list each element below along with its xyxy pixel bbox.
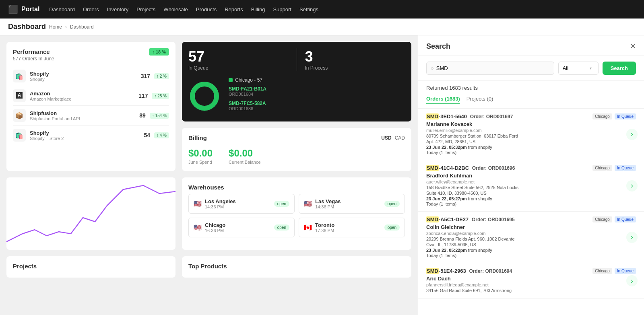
bottom-row: Projects Top Products — [6, 256, 411, 278]
result-arrow-0[interactable]: › — [626, 129, 638, 140]
queue-divider — [297, 48, 297, 71]
nav-dashboard[interactable]: Dashboard — [49, 6, 75, 12]
close-search-button[interactable]: ✕ — [630, 42, 636, 51]
source-desc-3: Shopify – Store 2 — [30, 136, 64, 141]
result-id-1: SMD-41C4-D2BC Order: ORD001696 — [426, 165, 515, 171]
warehouse-name-3: Toronto — [315, 222, 334, 228]
queue-item-order-0: ORD001684 — [229, 92, 405, 97]
currency-usd[interactable]: USD — [381, 135, 391, 141]
result-location-1: Chicago — [592, 165, 612, 171]
result-date-0: 23 Jun 22, 05:32pm from shopify — [426, 145, 636, 150]
breadcrumb-bar: Dashboard Home › Dashboard — [0, 19, 644, 35]
tab-orders[interactable]: Orders (1683) — [426, 94, 460, 104]
queue-in-process-num: 3 — [305, 48, 405, 65]
result-status-1: In Queue — [615, 165, 636, 171]
navbar: ⬛ Portal Dashboard Orders Inventory Proj… — [0, 0, 644, 19]
result-order-3: Order: ORD001694 — [469, 268, 512, 274]
billing-current-balance: $0.00 Current Balance — [229, 148, 261, 165]
result-top-2: SMD-A5C1-DE27 Order: ORD001695 Chicago I… — [426, 216, 636, 222]
top-products-title: Top Products — [188, 263, 405, 270]
search-filter-select[interactable]: All Orders Projects Customers — [563, 62, 588, 74]
queue-visual: Chicago - 57 SMD-FA21-B01A ORD001684 SMD… — [188, 77, 405, 115]
nav-orders[interactable]: Orders — [83, 6, 99, 12]
billing-june-value: $0.00 — [188, 148, 213, 159]
donut-svg — [188, 80, 221, 112]
source-name-0: Shopify — [30, 71, 49, 77]
result-top-3: SMD-51E4-2963 Order: ORD001694 Chicago I… — [426, 268, 636, 274]
result-arrow-3[interactable]: › — [626, 275, 638, 286]
right-column: 57 In Queue 3 In Process — [182, 42, 411, 171]
result-arrow-2[interactable]: › — [626, 232, 638, 243]
source-count-3: 54 — [144, 132, 150, 138]
result-items-2: Today (1 items) — [426, 253, 636, 258]
search-input[interactable] — [436, 62, 550, 74]
result-address2-2: Oval, IL, 11789-5035, US — [426, 242, 636, 247]
result-item-2[interactable]: SMD-A5C1-DE27 Order: ORD001695 Chicago I… — [418, 212, 644, 263]
warehouse-name-1: Las Vegas — [315, 198, 341, 204]
search-button[interactable]: Search — [603, 62, 636, 75]
result-item-0[interactable]: SMD-3ED1-5640 Order: ORD001697 Chicago I… — [418, 109, 644, 160]
nav-inventory[interactable]: Inventory — [107, 6, 128, 12]
result-id-highlight-0: SMD — [426, 113, 439, 119]
donut-chart — [188, 80, 221, 112]
brand-name: Portal — [21, 6, 39, 13]
result-id-suffix-3: -51E4-2963 — [439, 268, 466, 274]
warehouse-item-1: 🇺🇸 Las Vegas 14:36 PM open — [299, 194, 405, 214]
result-status-3: In Queue — [615, 268, 636, 274]
source-desc-1: Amazon Marketplace — [30, 97, 71, 101]
nav-projects[interactable]: Projects — [136, 6, 155, 12]
tab-projects[interactable]: Projects (0) — [466, 94, 493, 104]
warehouse-time-2: 16:36 PM — [205, 228, 225, 233]
nav-reports[interactable]: Reports — [225, 6, 243, 12]
performance-badge: ↑ 18 % — [149, 48, 169, 56]
result-status-2: In Queue — [615, 216, 636, 222]
source-row-3: 🛍️ Shopify Shopify – Store 2 54 ↑ 4 % — [13, 126, 169, 145]
queue-item-1: SMD-7FC5-582A ORD001686 — [229, 101, 405, 111]
result-name-3: Aric Dach — [426, 276, 636, 282]
result-item-1[interactable]: SMD-41C4-D2BC Order: ORD001696 Chicago I… — [418, 160, 644, 212]
source-icon-2: 📦 — [13, 109, 26, 122]
result-item-3[interactable]: SMD-51E4-2963 Order: ORD001694 Chicago I… — [418, 263, 644, 299]
result-badges-0: Chicago In Queue — [592, 113, 636, 119]
result-id-highlight-3: SMD — [426, 268, 439, 274]
result-email-2: zboncak.enola@example.com — [426, 231, 636, 236]
chart-card — [6, 177, 175, 250]
result-arrow-1[interactable]: › — [626, 180, 638, 191]
currency-toggle: USD CAD — [381, 135, 405, 141]
result-order-0: Order: ORD001697 — [470, 114, 513, 119]
warehouse-status-2: open — [274, 224, 289, 231]
breadcrumb-home[interactable]: Home — [49, 24, 62, 30]
top-row: Performance 577 Orders In June ↑ 18 % 🛍️… — [6, 42, 411, 171]
warehouses-grid: 🇺🇸 Los Angeles 14:36 PM open 🇺🇸 — [188, 194, 405, 237]
result-name-2: Colin Gleichner — [426, 224, 636, 230]
search-panel: Search ✕ ○ All Orders Projects Customers… — [418, 35, 644, 315]
billing-card: Billing USD CAD $0.00 June Spend $0.00 — [182, 128, 411, 171]
main-content: Performance 577 Orders In June ↑ 18 % 🛍️… — [0, 35, 644, 315]
source-badge-3: ↑ 4 % — [154, 132, 169, 138]
top-products-card: Top Products — [182, 256, 411, 278]
page-title: Dashboard — [8, 23, 46, 31]
source-desc-0: Shopify — [30, 77, 49, 82]
search-results-header: Returned 1683 results Orders (1683) Proj… — [418, 81, 644, 109]
queue-chart-location: Chicago - 57 — [235, 77, 262, 83]
nav-wholesale[interactable]: Wholesale — [163, 6, 188, 12]
currency-cad[interactable]: CAD — [395, 135, 405, 141]
search-results-list: SMD-3ED1-5640 Order: ORD001697 Chicago I… — [418, 109, 644, 315]
queue-in-process-label: In Process — [305, 65, 405, 71]
warehouses-title: Warehouses — [188, 184, 405, 191]
svg-point-1 — [192, 84, 217, 108]
warehouse-item-3: 🇨🇦 Toronto 17:36 PM open — [299, 218, 405, 237]
nav-support[interactable]: Support — [273, 6, 291, 12]
source-badge-1: ↑ 25 % — [152, 93, 169, 99]
result-order-2: Order: ORD001695 — [472, 217, 515, 222]
result-order-1: Order: ORD001696 — [472, 165, 515, 171]
warehouse-time-3: 17:36 PM — [315, 228, 334, 233]
nav-billing[interactable]: Billing — [251, 6, 265, 12]
source-row-0: 🛍️ Shopify Shopify 317 ↑ 2 % — [13, 66, 169, 86]
projects-card: Projects — [6, 256, 175, 278]
nav-settings[interactable]: Settings — [299, 6, 318, 12]
search-icon: ○ — [431, 65, 434, 71]
result-top-0: SMD-3ED1-5640 Order: ORD001697 Chicago I… — [426, 113, 636, 119]
result-badges-1: Chicago In Queue — [592, 165, 636, 171]
nav-products[interactable]: Products — [196, 6, 217, 12]
